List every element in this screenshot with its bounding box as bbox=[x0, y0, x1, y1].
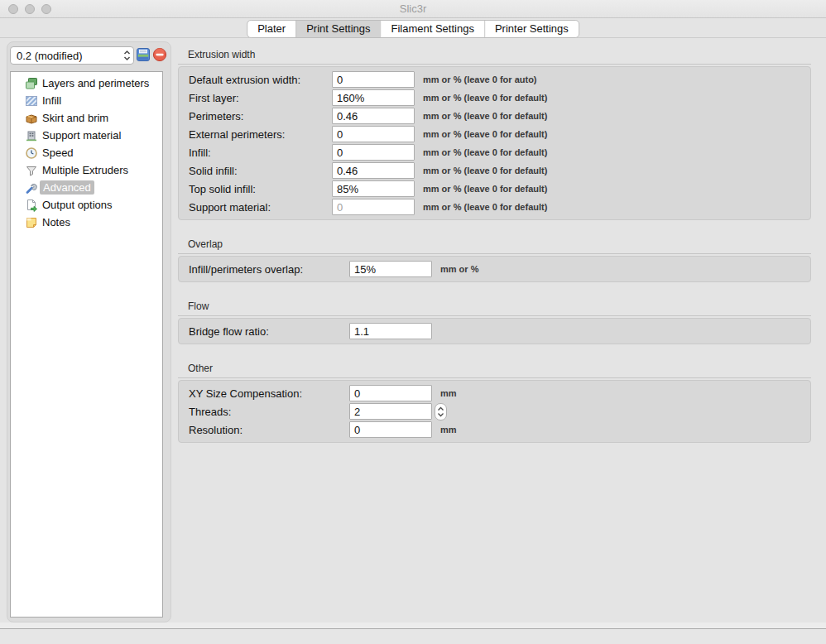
titlebar: Slic3r bbox=[0, 0, 826, 18]
minimize-button[interactable] bbox=[25, 4, 35, 14]
bottom-strip bbox=[0, 622, 826, 628]
section-title: Extrusion width bbox=[178, 50, 811, 65]
setting-row: Resolution: mm bbox=[179, 421, 810, 439]
sidebar-item-output-options[interactable]: Output options bbox=[11, 196, 162, 214]
save-preset-button[interactable] bbox=[135, 48, 151, 64]
setting-row: XY Size Compensation: mm bbox=[179, 384, 810, 402]
app-window: Slic3r PlaterPrint SettingsFilament Sett… bbox=[0, 0, 826, 644]
input-support-material[interactable] bbox=[332, 199, 415, 215]
setting-label: Threads: bbox=[189, 406, 349, 418]
setting-label: First layer: bbox=[189, 92, 332, 104]
setting-row: Default extrusion width: mm or % (leave … bbox=[179, 70, 810, 89]
zoom-button[interactable] bbox=[41, 4, 51, 14]
section-title: Other bbox=[178, 363, 811, 378]
preset-dropdown[interactable]: 0.2 (modified) bbox=[10, 46, 134, 65]
preset-value: 0.2 (modified) bbox=[17, 50, 122, 62]
preset-row: 0.2 (modified) bbox=[10, 46, 167, 65]
red-minus-circle-icon bbox=[152, 47, 167, 65]
setting-unit: mm or % (leave 0 for default) bbox=[423, 129, 547, 139]
close-button[interactable] bbox=[8, 4, 18, 14]
floppy-disk-icon bbox=[136, 47, 151, 65]
section-box: Bridge flow ratio: bbox=[178, 318, 811, 344]
settings-tree: Layers and perimeters Infill Skirt and b… bbox=[10, 71, 163, 618]
setting-row: First layer: mm or % (leave 0 for defaul… bbox=[179, 89, 810, 107]
setting-unit: mm or % (leave 0 for default) bbox=[423, 93, 547, 103]
setting-unit: mm bbox=[440, 425, 457, 435]
setting-label: Default extrusion width: bbox=[189, 74, 332, 86]
tab-filament-settings[interactable]: Filament Settings bbox=[380, 21, 483, 37]
section-box: XY Size Compensation: mm Threads: Resolu… bbox=[178, 380, 811, 443]
tab-plater[interactable]: Plater bbox=[247, 21, 295, 37]
setting-row: Bridge flow ratio: bbox=[179, 322, 810, 340]
input-infill[interactable] bbox=[332, 144, 415, 161]
status-bar bbox=[0, 629, 826, 644]
input-external-perimeters[interactable] bbox=[332, 126, 415, 142]
setting-label: Infill: bbox=[189, 147, 332, 159]
setting-row: Threads: bbox=[179, 402, 810, 421]
delete-preset-button[interactable] bbox=[151, 48, 167, 64]
input-perimeters[interactable] bbox=[332, 108, 415, 124]
setting-unit: mm or % bbox=[440, 264, 478, 274]
setting-label: Perimeters: bbox=[189, 110, 332, 123]
setting-row: Infill: mm or % (leave 0 for default) bbox=[179, 143, 810, 161]
section-box: Default extrusion width: mm or % (leave … bbox=[178, 66, 811, 220]
section-other: Other XY Size Compensation: mm Threads: … bbox=[178, 363, 811, 443]
sidebar-item-support-material[interactable]: Support material bbox=[11, 127, 162, 144]
note-icon bbox=[25, 216, 38, 229]
section-extrusion-width: Extrusion width Default extrusion width:… bbox=[178, 50, 811, 220]
setting-row: Perimeters: mm or % (leave 0 for default… bbox=[179, 107, 810, 125]
setting-unit: mm or % (leave 0 for auto) bbox=[423, 74, 537, 84]
building-icon bbox=[25, 129, 38, 142]
wrench-icon bbox=[25, 181, 38, 195]
input-default-extrusion-width[interactable] bbox=[332, 71, 415, 88]
tab-print-settings[interactable]: Print Settings bbox=[295, 21, 380, 37]
setting-unit: mm or % (leave 0 for default) bbox=[423, 111, 547, 121]
setting-row: Support material: mm or % (leave 0 for d… bbox=[179, 198, 810, 216]
input-first-layer[interactable] bbox=[332, 89, 415, 106]
sidebar-item-skirt-and-brim[interactable]: Skirt and brim bbox=[11, 109, 162, 127]
setting-unit: mm or % (leave 0 for default) bbox=[423, 166, 547, 175]
spin-control[interactable] bbox=[435, 403, 447, 421]
layers-icon bbox=[25, 77, 38, 90]
input-xy-size-compensation[interactable] bbox=[349, 385, 432, 401]
setting-unit: mm or % (leave 0 for default) bbox=[423, 184, 547, 194]
setting-label: Solid infill: bbox=[189, 165, 332, 177]
input-bridge-flow-ratio[interactable] bbox=[349, 323, 432, 339]
input-infill-perimeters-overlap[interactable] bbox=[349, 261, 432, 277]
input-solid-infill[interactable] bbox=[332, 162, 415, 179]
input-resolution[interactable] bbox=[349, 421, 432, 438]
infill-hatch-icon bbox=[25, 94, 38, 108]
sidebar-item-multiple-extruders[interactable]: Multiple Extruders bbox=[11, 161, 162, 179]
setting-label: Bridge flow ratio: bbox=[189, 325, 349, 338]
sidebar-item-layers-and-perimeters[interactable]: Layers and perimeters bbox=[11, 74, 162, 92]
section-title: Overlap bbox=[178, 239, 811, 254]
input-threads[interactable] bbox=[349, 403, 432, 420]
setting-label: Resolution: bbox=[189, 424, 349, 436]
setting-unit: mm or % (leave 0 for default) bbox=[423, 202, 547, 212]
dropdown-stepper-icon bbox=[122, 49, 133, 62]
setting-label: Infill/perimeters overlap: bbox=[189, 263, 349, 276]
clock-icon bbox=[25, 147, 38, 160]
sidebar-item-infill[interactable]: Infill bbox=[11, 92, 162, 109]
window-title: Slic3r bbox=[0, 0, 826, 17]
section-flow: Flow Bridge flow ratio: bbox=[178, 301, 811, 344]
setting-unit: mm or % (leave 0 for default) bbox=[423, 147, 547, 157]
sidebar: 0.2 (modified) Layers and perimeters Inf… bbox=[7, 41, 171, 622]
setting-label: Support material: bbox=[189, 201, 332, 214]
page-go-icon bbox=[25, 199, 38, 212]
setting-unit: mm bbox=[440, 388, 457, 398]
setting-row: Solid infill: mm or % (leave 0 for defau… bbox=[179, 161, 810, 180]
box-icon bbox=[25, 112, 38, 125]
setting-label: External perimeters: bbox=[189, 128, 332, 141]
sidebar-item-speed[interactable]: Speed bbox=[11, 144, 162, 161]
sidebar-item-notes[interactable]: Notes bbox=[11, 214, 162, 231]
setting-row: Top solid infill: mm or % (leave 0 for d… bbox=[179, 180, 810, 198]
sidebar-item-advanced[interactable]: Advanced bbox=[11, 179, 162, 196]
tab-bar: PlaterPrint SettingsFilament SettingsPri… bbox=[247, 20, 579, 38]
setting-label: XY Size Compensation: bbox=[189, 387, 349, 400]
section-title: Flow bbox=[178, 301, 811, 316]
input-top-solid-infill[interactable] bbox=[332, 180, 415, 197]
setting-label: Top solid infill: bbox=[189, 183, 332, 195]
tab-printer-settings[interactable]: Printer Settings bbox=[484, 21, 579, 37]
funnel-icon bbox=[25, 164, 38, 177]
